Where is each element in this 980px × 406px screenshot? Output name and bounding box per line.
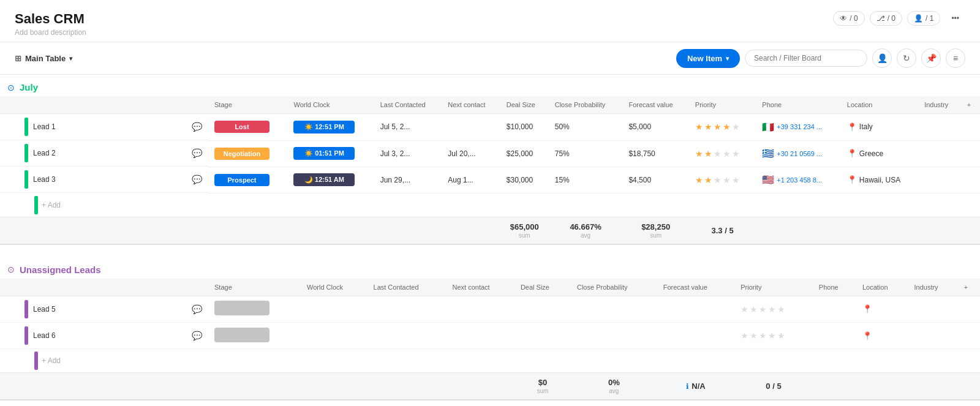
- row-name: Lead 1: [33, 122, 187, 131]
- deal-size-cell: $30,000: [500, 167, 549, 193]
- phone-number[interactable]: +39 331 234 ...: [777, 123, 822, 130]
- stage-badge[interactable]: Prospect: [214, 174, 270, 186]
- comment-icon[interactable]: 💬: [192, 148, 202, 158]
- stage-cell[interactable]: [208, 323, 301, 349]
- row-color-bar: [34, 351, 38, 370]
- stage-badge[interactable]: Lost: [214, 121, 270, 133]
- col-priority: Priority: [689, 96, 756, 114]
- pin-icon: 📌: [926, 53, 937, 63]
- forecast-cell: [657, 323, 734, 349]
- comment-icon[interactable]: 💬: [192, 331, 202, 340]
- location-cell: 📍: [856, 323, 908, 349]
- person-search-button[interactable]: 👤: [872, 48, 892, 68]
- priority-cell[interactable]: ★★★★★: [734, 296, 813, 323]
- unassigned-group-toggle[interactable]: ⊙: [7, 265, 15, 274]
- deal-size-cell: $10,000: [500, 114, 549, 141]
- last-contacted-cell: Jun 29,...: [374, 167, 442, 193]
- phone-number[interactable]: +30 21 0569 ...: [777, 150, 822, 157]
- share-control[interactable]: ⎇ / 0: [870, 11, 902, 26]
- stage-cell[interactable]: [208, 296, 301, 323]
- july-group-toggle[interactable]: ⊙: [7, 83, 15, 92]
- comment-icon[interactable]: 💬: [192, 122, 202, 132]
- phone-cell: [813, 323, 856, 349]
- add-item-button[interactable]: + Add: [42, 201, 61, 209]
- table-selector[interactable]: ⊞ Main Table ▾: [15, 54, 72, 63]
- row-color-bar: [24, 326, 28, 345]
- table-row: Lead 5 💬 ★★★★★ 📍: [0, 296, 980, 323]
- sum-deal-size: $65,000sum: [500, 217, 549, 244]
- star-rating[interactable]: ★★★★★: [741, 304, 807, 314]
- stage-cell[interactable]: Prospect: [208, 167, 287, 193]
- star-rating[interactable]: ★★★★★: [695, 149, 750, 159]
- world-clock-cell: 🌙 12:51 AM: [287, 167, 374, 193]
- close-prob-cell: [571, 323, 657, 349]
- chevron-down-icon: ▾: [69, 55, 72, 62]
- priority-cell[interactable]: ★★★★★: [689, 167, 756, 193]
- next-contact-cell: Aug 1...: [442, 167, 500, 193]
- col-phone: Phone: [813, 279, 856, 296]
- col-close-prob: Close Probability: [549, 96, 623, 114]
- star-empty: ★: [732, 149, 740, 159]
- row-name: Lead 3: [33, 175, 187, 184]
- next-contact-cell: [442, 114, 500, 141]
- star-empty: ★: [741, 331, 748, 340]
- star-rating[interactable]: ★★★★★: [741, 331, 807, 340]
- sum-deal-size: $0sum: [514, 373, 571, 400]
- star-empty: ★: [714, 149, 722, 159]
- search-input[interactable]: [745, 50, 867, 67]
- star-rating[interactable]: ★★★★★: [695, 175, 750, 185]
- more-icon: •••: [951, 14, 959, 23]
- col-next-contact: Next contact: [442, 96, 500, 114]
- row-color-bar: [34, 196, 38, 214]
- stage-cell[interactable]: Negotiation: [208, 140, 287, 167]
- country-flag: 🇮🇹: [762, 121, 774, 133]
- phone-cell: 🇬🇷 +30 21 0569 ...: [756, 140, 841, 167]
- forecast-cell: $5,000: [622, 114, 688, 141]
- col-industry: Industry: [908, 279, 957, 296]
- comment-icon[interactable]: 💬: [192, 175, 202, 184]
- filter-button[interactable]: ≡: [946, 48, 965, 68]
- stage-cell[interactable]: Lost: [208, 114, 287, 141]
- world-clock-cell: ☀️ 01:51 PM: [287, 140, 374, 167]
- close-prob-cell: 15%: [549, 167, 623, 193]
- next-contact-cell: [447, 296, 514, 323]
- col-last-contacted: Last Contacted: [368, 279, 447, 296]
- col-worldclock: World Clock: [301, 279, 368, 296]
- refresh-button[interactable]: ↻: [897, 48, 916, 68]
- location-text: Greece: [859, 149, 883, 158]
- pin-button[interactable]: 📌: [921, 48, 941, 68]
- table-row: Lead 1 💬 Lost ☀️ 12:51 PM Jul 5, 2... $1…: [0, 114, 980, 141]
- col-next-contact: Next contact: [447, 279, 514, 296]
- phone-number[interactable]: +1 203 458 8...: [777, 176, 822, 184]
- star-filled: ★: [704, 175, 712, 185]
- refresh-icon: ↻: [903, 53, 910, 63]
- priority-cell[interactable]: ★★★★★: [689, 114, 756, 141]
- star-empty: ★: [732, 122, 740, 132]
- stage-badge[interactable]: Negotiation: [214, 148, 270, 160]
- col-stage: Stage: [208, 279, 301, 296]
- star-rating[interactable]: ★★★★★: [695, 122, 750, 132]
- add-column-button[interactable]: +: [961, 96, 980, 114]
- comment-icon[interactable]: 💬: [192, 304, 202, 314]
- stage-empty: [214, 328, 270, 342]
- country-flag: 🇬🇷: [762, 148, 774, 159]
- person-control[interactable]: 👤 / 1: [907, 11, 940, 26]
- location-icon: 📍: [847, 122, 857, 132]
- col-stage: Stage: [208, 96, 287, 114]
- world-clock-cell: [301, 323, 368, 349]
- priority-cell[interactable]: ★★★★★: [689, 140, 756, 167]
- more-options-button[interactable]: •••: [945, 12, 965, 25]
- star-empty: ★: [768, 304, 776, 314]
- add-column-button[interactable]: +: [958, 279, 980, 296]
- new-item-button[interactable]: New Item ▾: [676, 49, 740, 68]
- sum-close-prob: 46.667%avg: [549, 217, 623, 244]
- person-icon: 👤: [914, 14, 923, 23]
- new-item-label: New Item: [687, 54, 722, 63]
- location-icon: 📍: [862, 304, 872, 314]
- eye-control[interactable]: 👁 / 0: [833, 11, 864, 26]
- add-item-button[interactable]: + Add: [42, 356, 61, 365]
- priority-cell[interactable]: ★★★★★: [734, 323, 813, 349]
- summary-row: $0sum 0%avg ℹ N/A 0 / 5: [0, 373, 980, 400]
- col-deal-size: Deal Size: [500, 96, 549, 114]
- sum-forecast: ℹ N/A: [657, 373, 734, 400]
